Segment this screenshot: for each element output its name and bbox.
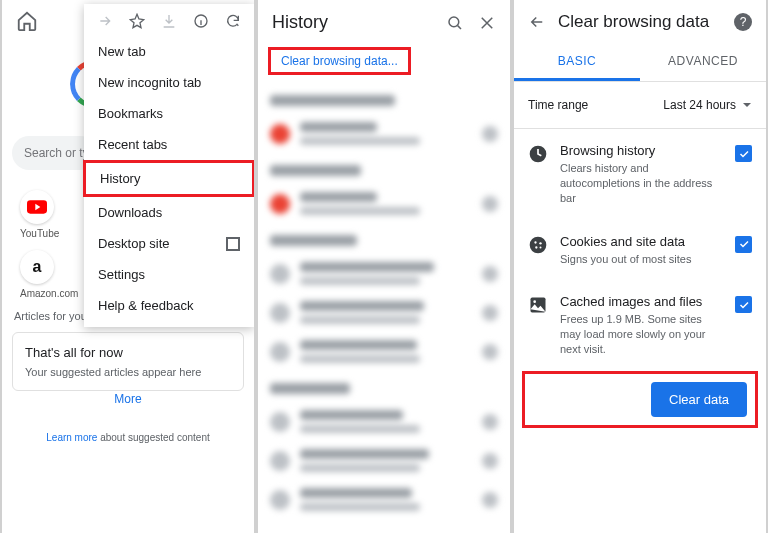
home-icon[interactable] [16, 10, 38, 32]
svg-point-2 [449, 17, 459, 27]
svg-point-8 [540, 246, 542, 248]
checkbox-checked-icon[interactable] [735, 145, 752, 162]
shortcut-label: Amazon.com [20, 288, 78, 299]
card-title: That's all for now [25, 345, 231, 360]
help-icon[interactable]: ? [734, 13, 752, 31]
forward-icon [96, 12, 114, 30]
time-range-label: Time range [528, 98, 588, 112]
checkbox-checked-icon[interactable] [735, 296, 752, 313]
svg-point-6 [539, 242, 541, 244]
search-icon[interactable] [446, 14, 464, 32]
clear-header: Clear browsing data ? [514, 0, 766, 44]
option-cookies[interactable]: Cookies and site dataSigns you out of mo… [528, 220, 752, 281]
option-browsing-history[interactable]: Browsing historyClears history and autoc… [528, 129, 752, 220]
panel-history: History Clear browsing data... [256, 0, 512, 533]
time-range-value: Last 24 hours [663, 98, 736, 112]
amazon-icon: a [20, 250, 54, 284]
shortcut-youtube[interactable]: YouTube [20, 190, 59, 239]
menu-item-help[interactable]: Help & feedback [84, 290, 254, 321]
option-cached-images[interactable]: Cached images and filesFrees up 1.9 MB. … [528, 280, 752, 371]
back-icon[interactable] [528, 13, 546, 31]
time-range-selector[interactable]: Time range Last 24 hours [514, 82, 766, 128]
menu-item-recent-tabs[interactable]: Recent tabs [84, 129, 254, 160]
svg-point-5 [534, 241, 536, 243]
menu-item-downloads[interactable]: Downloads [84, 197, 254, 228]
shortcut-amazon[interactable]: a Amazon.com [20, 250, 78, 299]
chevron-down-icon [742, 100, 752, 110]
download-icon [160, 12, 178, 30]
clear-data-button[interactable]: Clear data [651, 382, 747, 417]
clock-icon [528, 144, 548, 164]
menu-item-new-incognito[interactable]: New incognito tab [84, 67, 254, 98]
star-icon[interactable] [128, 12, 146, 30]
info-icon[interactable] [192, 12, 210, 30]
learn-more-link[interactable]: Learn more [46, 432, 97, 443]
history-header: History [258, 0, 510, 45]
shortcut-label: YouTube [20, 228, 59, 239]
tab-advanced[interactable]: ADVANCED [640, 44, 766, 81]
checkbox-icon[interactable] [226, 237, 240, 251]
svg-point-4 [530, 236, 547, 253]
cookie-icon [528, 235, 548, 255]
tabs: BASIC ADVANCED [514, 44, 766, 81]
svg-point-7 [535, 246, 537, 248]
panel-chrome-home: Search or ty YouTube a Amazon.com Articl… [0, 0, 256, 533]
menu-item-settings[interactable]: Settings [84, 259, 254, 290]
card-subtitle: Your suggested articles appear here [25, 366, 231, 378]
svg-point-10 [533, 301, 536, 304]
menu-item-history[interactable]: History [83, 160, 255, 197]
clear-browsing-data-link[interactable]: Clear browsing data... [268, 47, 411, 75]
learn-more-text: Learn more about suggested content [2, 432, 254, 443]
overflow-menu: New tab New incognito tab Bookmarks Rece… [84, 4, 254, 327]
page-title: History [272, 12, 328, 33]
page-title: Clear browsing data [558, 12, 722, 32]
refresh-icon[interactable] [224, 12, 242, 30]
panel-clear-browsing-data: Clear browsing data ? BASIC ADVANCED Tim… [512, 0, 768, 533]
clear-options: Browsing historyClears history and autoc… [514, 129, 766, 371]
menu-toolbar [84, 4, 254, 36]
youtube-icon [20, 190, 54, 224]
tab-basic[interactable]: BASIC [514, 44, 640, 81]
footer-highlight: Clear data [522, 371, 758, 428]
menu-item-new-tab[interactable]: New tab [84, 36, 254, 67]
articles-for-you-label: Articles for you [14, 310, 87, 322]
more-link[interactable]: More [2, 392, 254, 406]
checkbox-checked-icon[interactable] [735, 236, 752, 253]
image-icon [528, 295, 548, 315]
menu-item-desktop-site[interactable]: Desktop site [84, 228, 254, 259]
history-list-blurred [258, 95, 510, 519]
menu-item-bookmarks[interactable]: Bookmarks [84, 98, 254, 129]
articles-empty-card: That's all for now Your suggested articl… [12, 332, 244, 391]
close-icon[interactable] [478, 14, 496, 32]
